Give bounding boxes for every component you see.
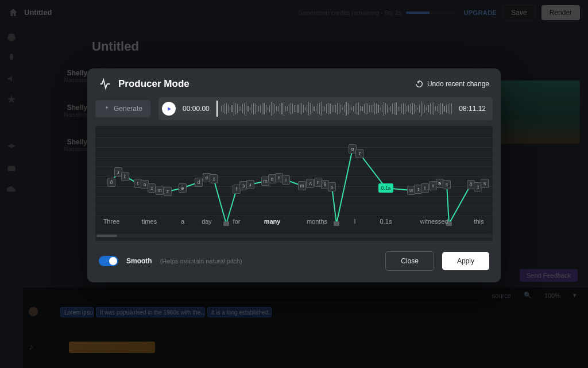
word-label[interactable]: months <box>307 218 327 225</box>
time-total: 08:11.12 <box>459 105 486 113</box>
phoneme-node[interactable]: t <box>421 183 429 193</box>
time-current: 00:00.00 <box>183 105 210 113</box>
smooth-toggle[interactable] <box>99 256 118 266</box>
waveform-icon <box>99 78 111 90</box>
sparkle-icon <box>103 105 110 112</box>
phoneme-node[interactable]: ð <box>107 178 115 187</box>
phoneme-node[interactable]: iː <box>121 172 129 181</box>
generate-button[interactable]: Generate <box>95 100 150 117</box>
phoneme-node[interactable]: ɪ <box>355 149 363 158</box>
modal-title: Producer Mode <box>118 78 189 90</box>
undo-button[interactable]: Undo recent change <box>415 79 489 89</box>
word-label[interactable]: times <box>142 218 157 225</box>
undo-icon <box>415 79 424 89</box>
phoneme-node[interactable]: s <box>328 182 336 191</box>
word-label[interactable]: Three <box>103 218 120 225</box>
audio-player: 00:00.00 08:11.12 <box>158 97 493 120</box>
phoneme-node[interactable]: ə <box>179 183 187 193</box>
undo-label: Undo recent change <box>427 80 489 88</box>
phoneme-node[interactable]: m <box>156 186 164 195</box>
word-label[interactable]: a <box>181 218 184 225</box>
phoneme-node[interactable]: ɪ <box>210 174 218 183</box>
phoneme-node[interactable]: z <box>164 187 172 196</box>
word-label[interactable]: for <box>233 218 241 225</box>
pitch-editor[interactable]: ðɹiːtaɪmzədeɪfɔɹmenimʌnθsɑɪwɪtnəsðɪs0.1s… <box>95 126 493 241</box>
word-label[interactable]: 0.1s <box>380 218 392 225</box>
scrollbar-thumb[interactable] <box>96 235 117 237</box>
word-label[interactable]: this <box>474 218 483 225</box>
word-label[interactable]: witnessed <box>420 218 448 225</box>
horizontal-scrollbar[interactable] <box>95 234 493 237</box>
phoneme-node[interactable]: d <box>195 178 203 187</box>
pause-node[interactable]: 0.1s <box>378 183 393 193</box>
close-button[interactable]: Close <box>385 251 434 271</box>
phoneme-node[interactable]: s <box>481 179 489 188</box>
waveform-scrubber[interactable] <box>216 101 452 117</box>
phoneme-node[interactable]: ɹ <box>246 180 254 189</box>
apply-button[interactable]: Apply <box>442 252 489 270</box>
smooth-hint: (Helps maintain natural pitch) <box>160 258 242 264</box>
generate-label: Generate <box>114 105 142 113</box>
play-button[interactable] <box>162 102 176 116</box>
word-label[interactable]: many <box>264 218 281 225</box>
producer-mode-modal: Producer Mode Undo recent change Generat… <box>87 68 501 282</box>
phoneme-node[interactable]: ʌ <box>306 179 314 188</box>
smooth-label: Smooth <box>126 257 152 265</box>
phoneme-node[interactable]: ɪ <box>148 183 156 193</box>
word-label[interactable]: day <box>202 218 212 225</box>
phoneme-node[interactable]: i <box>282 175 290 185</box>
word-label[interactable]: I <box>354 218 355 225</box>
phoneme-node[interactable]: m <box>298 181 306 190</box>
phoneme-node[interactable]: s <box>443 180 451 189</box>
